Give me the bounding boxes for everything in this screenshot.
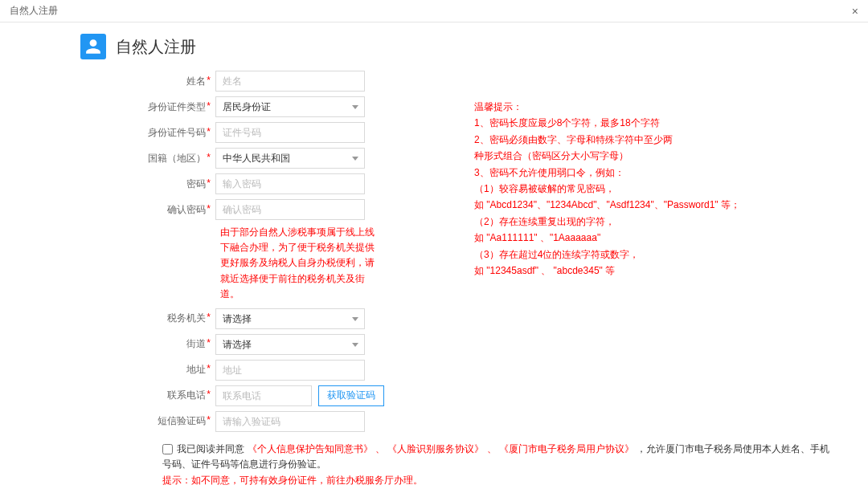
link-user[interactable]: 《厦门市电子税务局用户协议》 [499, 443, 634, 454]
label-smscode: 短信验证码 [158, 415, 206, 426]
idno-input[interactable] [215, 122, 365, 143]
nation-select[interactable]: 中华人民共和国 [215, 148, 365, 169]
label-addr: 地址 [186, 364, 206, 375]
label-idtype: 身份证件类型 [148, 101, 206, 112]
label-nation: 国籍（地区） [148, 153, 206, 164]
idtype-select[interactable]: 居民身份证 [215, 96, 365, 117]
street-select[interactable]: 请选择 [215, 334, 365, 355]
taxorg-select[interactable]: 请选择 [215, 308, 365, 329]
label-pwd: 密码 [186, 178, 206, 189]
label-street: 街道 [186, 338, 206, 349]
modal-title: 自然人注册 [10, 4, 58, 18]
label-taxorg: 税务机关 [167, 312, 206, 324]
link-privacy[interactable]: 《个人信息保护告知同意书》 [248, 443, 373, 454]
phone-input[interactable] [215, 385, 312, 406]
password-tips: 温馨提示： 1、密码长度应最少8个字符，最多18个字符 2、密码必须由数字、字母… [474, 99, 812, 279]
password-confirm-input[interactable] [215, 199, 365, 220]
close-icon[interactable]: × [852, 5, 858, 18]
tax-note: 由于部分自然人涉税事项属于线上线下融合办理，为了便于税务机关提供更好服务及纳税人… [220, 225, 381, 302]
name-input[interactable] [215, 71, 365, 92]
address-input[interactable] [215, 360, 365, 381]
page-title: 自然人注册 [116, 36, 196, 58]
smscode-input[interactable] [215, 411, 365, 432]
password-input[interactable] [215, 173, 365, 194]
label-pwd2: 确认密码 [167, 204, 206, 215]
person-icon [80, 34, 106, 59]
disagree-note: 提示：如不同意，可持有效身份证件，前往办税服务厅办理。 [162, 474, 836, 487]
label-idno: 身份证件号码 [148, 127, 206, 138]
agreement-checkbox[interactable] [162, 444, 173, 454]
agreement-line: 我已阅读并同意 《个人信息保护告知同意书》 、 《人脸识别服务协议》 、 《厦门… [162, 442, 836, 472]
get-code-button[interactable]: 获取验证码 [318, 385, 384, 406]
link-face[interactable]: 《人脸识别服务协议》 [387, 443, 484, 454]
label-name: 姓名 [186, 75, 206, 87]
label-phone: 联系电话 [167, 389, 206, 401]
